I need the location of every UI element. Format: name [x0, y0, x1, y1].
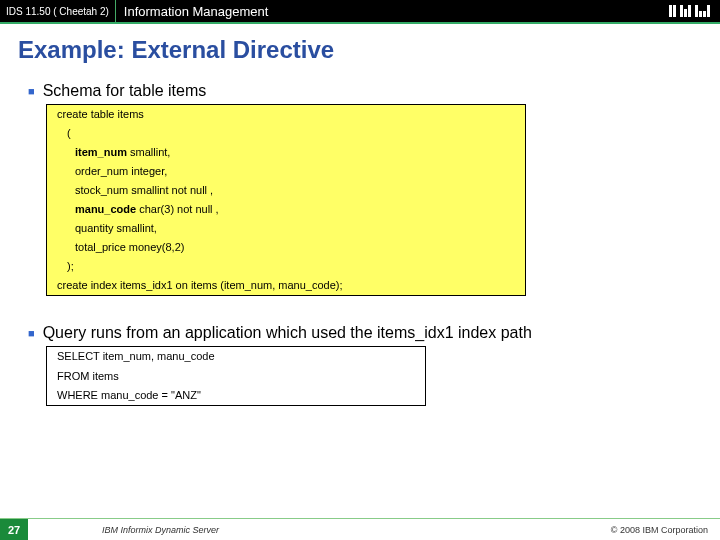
code-line: total_price money(8,2): [47, 238, 525, 257]
code-line: quantity smallint,: [47, 219, 525, 238]
bullet-icon: ■: [28, 85, 35, 97]
content-area: ■ Schema for table items create table it…: [0, 82, 720, 406]
code-line: create index items_idx1 on items (item_n…: [47, 276, 525, 295]
code-line: (: [47, 124, 525, 143]
bullet-text: Query runs from an application which use…: [43, 324, 532, 342]
code-line: order_num integer,: [47, 162, 525, 181]
bullet-text: Schema for table items: [43, 82, 207, 100]
bullet-1: ■ Schema for table items: [28, 82, 692, 100]
code-bold: manu_code: [75, 203, 136, 215]
bullet-icon: ■: [28, 327, 35, 339]
header-title: Information Management: [116, 4, 277, 19]
code-box-schema: create table items ( item_num smallint, …: [46, 104, 526, 296]
code-line: create table items: [47, 105, 525, 124]
code-line: FROM items: [47, 367, 425, 386]
code-line: );: [47, 257, 525, 276]
code-text: smallint,: [127, 146, 170, 158]
ibm-logo: [669, 5, 710, 17]
code-line: stock_num smallint not null ,: [47, 181, 525, 200]
header-bar: IDS 11.50 ( Cheetah 2) Information Manag…: [0, 0, 720, 22]
code-text: char(3) not null ,: [136, 203, 219, 215]
footer-right: © 2008 IBM Corporation: [611, 525, 720, 535]
page-number: 27: [0, 519, 28, 541]
footer-middle: IBM Informix Dynamic Server: [28, 525, 219, 535]
footer-bar: 27 IBM Informix Dynamic Server © 2008 IB…: [0, 518, 720, 540]
code-line: item_num smallint,: [47, 143, 525, 162]
code-line: SELECT item_num, manu_code: [47, 347, 425, 366]
header-left: IDS 11.50 ( Cheetah 2): [0, 0, 116, 22]
slide-title: Example: External Directive: [0, 22, 720, 72]
code-box-query: SELECT item_num, manu_code FROM items WH…: [46, 346, 426, 405]
code-bold: item_num: [75, 146, 127, 158]
code-line: manu_code char(3) not null ,: [47, 200, 525, 219]
code-line: WHERE manu_code = "ANZ": [47, 386, 425, 405]
bullet-2: ■ Query runs from an application which u…: [28, 324, 692, 342]
